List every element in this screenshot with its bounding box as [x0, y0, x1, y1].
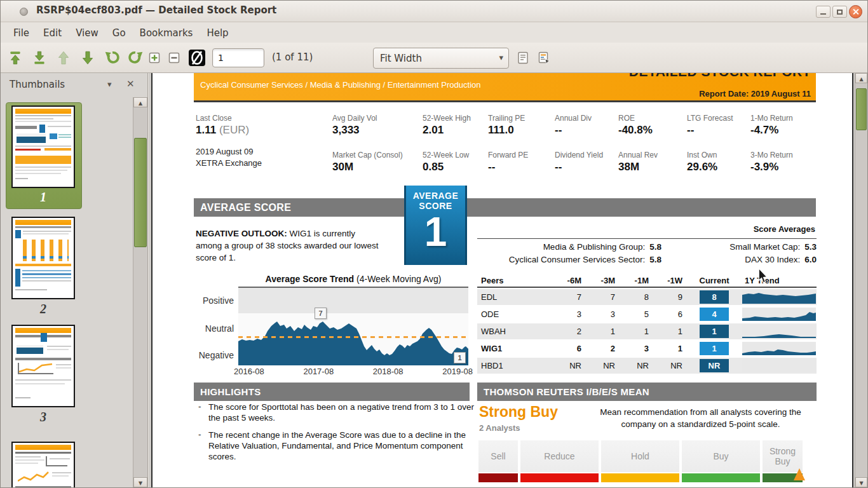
menu-go[interactable]: Go [106, 25, 132, 41]
zoom-mode-select[interactable]: Fit Width ▾ [373, 48, 509, 69]
average-score-badge: AVERAGE SCORE 1 [404, 186, 467, 265]
last-page-button[interactable] [29, 47, 50, 69]
document-scrollbar-thumb[interactable] [856, 88, 867, 130]
main-area: Thumbnails ▾ ✕ [1, 73, 867, 487]
current-score-badge: 1 [700, 342, 729, 355]
history-forward-button[interactable] [125, 47, 147, 69]
stat-label: Avg Daily Vol [332, 114, 377, 123]
thumb3-orange-line [19, 363, 53, 373]
inverted-colors-icon [187, 48, 207, 67]
x-tick: 2016-08 [234, 367, 264, 376]
scale-bar-reduce [520, 473, 599, 482]
document-scrollbar[interactable]: ▲ ▼ [855, 73, 867, 487]
bullet-marker: - [198, 430, 201, 439]
scale-label: Reduce [544, 451, 574, 461]
thumbnails-sidebar: Thumbnails ▾ ✕ [1, 73, 148, 487]
thumbnail-page-1[interactable] [11, 105, 75, 188]
next-page-button[interactable] [77, 47, 98, 69]
stat-label: 52-Week Low [423, 151, 469, 159]
peers-row-wbah: WBAH 2 1 1 1 1 [477, 323, 817, 339]
current-score-badge: NR [700, 359, 729, 372]
stat-label: ROE [618, 114, 635, 123]
thumbnail-label-2: 2 [11, 302, 75, 316]
maximize-button[interactable] [832, 6, 847, 18]
close-button[interactable] [849, 5, 862, 18]
current-score-badge: 8 [700, 290, 729, 304]
sidebar-scroll-down-icon[interactable]: ▼ [133, 477, 147, 487]
next-page-icon [79, 50, 96, 66]
current-score-badge: 4 [700, 308, 729, 321]
sidebar-scroll-up-icon[interactable]: ▲ [133, 97, 147, 107]
page-list-button[interactable] [514, 49, 532, 67]
maximize-icon [837, 10, 843, 15]
peers-row-edl: EDL 7 7 8 9 8 [477, 289, 817, 305]
x-tick: 2019-08 [442, 367, 473, 376]
sparkline-hbd1 [742, 359, 816, 372]
sidebar-caret-icon[interactable]: ▾ [107, 79, 112, 89]
stat-label: Last Close [196, 114, 232, 123]
ibes-description: Mean recommendation from all analysts co… [591, 406, 810, 430]
titlebar[interactable]: RSRP$04ecf803.pdf — Detailed Stock Repor… [1, 1, 867, 22]
inverted-colors-button[interactable] [186, 47, 208, 69]
stat-label: Inst Own [687, 151, 717, 159]
zoom-out-button[interactable] [165, 49, 183, 67]
first-page-icon [7, 50, 24, 66]
stat-value: -- [555, 161, 562, 173]
score-average-value: 5.8 [649, 255, 661, 264]
score-averages-title: Score Averages [754, 224, 815, 234]
menu-edit[interactable]: Edit [37, 25, 68, 41]
rating-scale: Sell Reduce Hold Buy [478, 440, 805, 487]
history-back-button[interactable] [101, 47, 123, 69]
app-icon [20, 8, 28, 16]
peers-row-hbd1: HBD1 NR NR NR NR NR [477, 358, 817, 374]
menu-help[interactable]: Help [200, 25, 234, 41]
highlight-bullet-1: The score for Sporttotal has been on a n… [208, 402, 482, 423]
sidebar-scrollbar-thumb[interactable] [134, 138, 147, 247]
scale-segment-reduce: Reduce [520, 440, 599, 487]
sidebar-close-icon[interactable]: ✕ [126, 78, 135, 90]
stat-label: Dividend Yield [555, 151, 603, 159]
mouse-cursor-icon [757, 268, 769, 284]
y-axis-label-negative: Negative [178, 350, 234, 360]
sparkline-edl [742, 290, 816, 304]
chart-marker-7: 7 [315, 308, 327, 319]
sidebar-scrollbar[interactable]: ▲ ▼ [133, 97, 147, 487]
thumbnail-page-3[interactable] [11, 325, 75, 407]
last-page-icon [31, 50, 48, 66]
score-averages-rule [477, 238, 817, 239]
scale-label: Sell [491, 451, 505, 461]
y-axis-label-positive: Positive [178, 295, 234, 306]
menu-bookmarks[interactable]: Bookmarks [133, 25, 200, 41]
stat-value: -- [488, 161, 495, 173]
stat-value: 30M [332, 161, 353, 173]
sparkline-ode [742, 308, 816, 321]
scale-segment-buy: Buy [682, 440, 760, 487]
page-properties-button[interactable] [535, 49, 553, 67]
x-axis-labels: 2016-08 2017-08 2018-08 2019-08 [234, 367, 473, 376]
minimize-button[interactable] [816, 6, 831, 18]
previous-page-button[interactable] [53, 47, 74, 69]
stat-value: 111.0 [488, 124, 514, 137]
peers-col-header: -1M [615, 276, 649, 285]
score-average-label: DAX 30 Index: [745, 255, 800, 264]
thumbnail-page-2[interactable] [11, 217, 75, 299]
stat-value: 1.11 (EUR) [196, 124, 249, 137]
chart-marker-1: 1 [454, 352, 466, 363]
history-back-icon [104, 50, 120, 66]
zoom-in-button[interactable] [146, 49, 163, 67]
thumbnail-page-4[interactable] [11, 442, 75, 488]
menu-view[interactable]: View [69, 25, 105, 41]
trend-area-series [238, 288, 468, 365]
pdf-page: DETAILED STOCK REPORT Cyclical Consumer … [151, 73, 853, 487]
document-view: DETAILED STOCK REPORT Cyclical Consumer … [149, 73, 867, 487]
previous-page-icon [55, 50, 72, 66]
stat-label: 1-Mo Return [750, 114, 793, 123]
doc-scroll-down-icon[interactable]: ▼ [855, 477, 867, 487]
last-close-value: 1.11 [196, 124, 216, 136]
score-average-value: 5.8 [649, 242, 661, 252]
first-page-button[interactable] [4, 47, 26, 69]
stat-label: LTG Forecast [687, 114, 733, 123]
doc-scroll-up-icon[interactable]: ▲ [855, 73, 867, 83]
page-number-input[interactable]: 1 [212, 48, 264, 67]
menu-file[interactable]: File [7, 25, 36, 41]
